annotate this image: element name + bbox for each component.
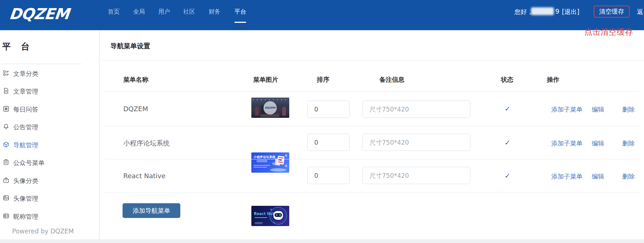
idcard-icon (3, 213, 9, 221)
sidebar-item-article-manage[interactable]: 文章管理 (0, 82, 90, 100)
page: DQZEM 首页 全局 用户 社区 财务 平台 您好， 9 [退出] 清空缓存 … (0, 0, 644, 243)
dqzem-badge: DQZEM (263, 101, 277, 115)
clear-cache-button[interactable]: 清空缓存 (594, 6, 630, 18)
menu-name: React Native (123, 172, 166, 180)
main-content: 导航菜单设置 菜单名称 菜单图片 排序 备注信息 状态 操作 DQZEM DQZ… (100, 30, 644, 239)
row-divider (104, 126, 640, 126)
sort-input[interactable] (307, 134, 350, 151)
sidebar-item-avatar-category[interactable]: 头像分类 (0, 172, 90, 190)
sidebar-item-article-category[interactable]: 文章分类 (0, 65, 90, 82)
image-icon (3, 195, 9, 202)
add-submenu-link[interactable]: 添加子菜单 (551, 172, 583, 181)
bell-icon (3, 123, 9, 131)
sidebar-item-label: 文章分类 (13, 70, 38, 78)
sidebar-item-label: 公众号菜单 (13, 159, 45, 167)
row-divider (104, 159, 640, 159)
cube-icon (3, 141, 9, 149)
title-divider (100, 60, 644, 61)
back-to-front-link[interactable]: 返 (637, 8, 643, 16)
sidebar-item-label: 每日问答 (13, 105, 38, 114)
delete-link[interactable]: 删除 (622, 139, 635, 148)
add-submenu-link[interactable]: 添加子菜单 (551, 139, 583, 148)
top-navbar: DQZEM 首页 全局 用户 社区 财务 平台 您好， 9 [退出] 清空缓存 … (0, 0, 644, 30)
status-check-icon[interactable]: ✓ (505, 138, 510, 147)
sidebar-item-navigation-manage[interactable]: 导航管理 (0, 136, 90, 154)
table-row: React Native React Native ✓ 添加子菜单 编辑 删除 (100, 71, 644, 91)
delete-link[interactable]: 删除 (622, 105, 635, 114)
col-header-actions: 操作 (547, 75, 559, 84)
status-check-icon[interactable]: ✓ (505, 172, 510, 180)
header-divider (104, 91, 640, 92)
col-header-menu-image: 菜单图片 (253, 75, 278, 84)
sidebar-item-announcement[interactable]: 公告管理 (0, 118, 90, 136)
sidebar: 平台 文章分类 文章管理 每日问答 公告管理 导航管理 公众号菜单 头像分类 (0, 30, 99, 239)
sort-input[interactable] (307, 101, 350, 118)
menu-image-thumbnail[interactable]: DQZEM (251, 98, 289, 118)
sidebar-item-label: 头像管理 (13, 194, 38, 203)
hash-icon (3, 106, 9, 113)
col-header-status: 状态 (501, 75, 513, 84)
logout-link[interactable]: [退出] (562, 8, 579, 16)
sidebar-item-label: 昵称管理 (13, 212, 38, 221)
document-icon (3, 88, 9, 95)
delete-link[interactable]: 删除 (622, 172, 635, 181)
sidebar-item-nickname-manage[interactable]: 昵称管理 (0, 208, 90, 225)
username-suffix: 9 (555, 8, 559, 15)
sidebar-divider (1, 64, 82, 64)
note-input[interactable] (362, 101, 470, 118)
sort-input[interactable] (307, 167, 350, 184)
menu-name: DQZEM (123, 105, 148, 113)
col-header-sort: 排序 (317, 75, 329, 84)
banner-title: 小程序论坛系统 (254, 155, 276, 159)
sidebar-item-label: 文章管理 (13, 87, 38, 96)
col-header-note: 备注信息 (379, 75, 404, 84)
username-blurred (531, 7, 554, 15)
menu-image-thumbnail[interactable]: 小程序论坛系统 (251, 152, 289, 173)
sidebar-title: 平台 (2, 41, 40, 52)
add-nav-menu-button[interactable]: 添加导航菜单 (123, 203, 180, 218)
edit-link[interactable]: 编辑 (592, 172, 604, 181)
sidebar-item-label: 头像分类 (13, 177, 38, 185)
sidebar-item-avatar-manage[interactable]: 头像管理 (0, 190, 90, 207)
table-row: DQZEM DQZEM ✓ 添加子菜单 编辑 删除 (100, 30, 644, 50)
box-icon (3, 177, 9, 185)
edit-link[interactable]: 编辑 (592, 105, 604, 114)
sidebar-item-official-menu[interactable]: 公众号菜单 (0, 154, 90, 172)
note-input[interactable] (362, 167, 470, 184)
navbar-right: 您好， 9 [退出] 清空缓存 返 (0, 0, 644, 30)
category-icon (3, 70, 9, 78)
add-submenu-link[interactable]: 添加子菜单 (551, 105, 583, 114)
menu-name: 小程序论坛系统 (123, 139, 170, 148)
clipboard-icon (3, 159, 9, 167)
greeting-text: 您好， (514, 8, 533, 16)
status-check-icon[interactable]: ✓ (505, 105, 510, 113)
clear-cache-annotation: 点击清空缓存 (584, 27, 633, 38)
row-divider (104, 192, 640, 193)
menu-image-thumbnail[interactable]: React Native (251, 206, 289, 226)
page-title: 导航菜单设置 (110, 42, 150, 50)
edit-link[interactable]: 编辑 (592, 139, 604, 148)
sidebar-item-label: 导航管理 (13, 141, 38, 149)
sidebar-item-daily-qa[interactable]: 每日问答 (0, 101, 90, 118)
col-header-menu-name: 菜单名称 (123, 75, 148, 84)
string-lights (253, 99, 288, 100)
sidebar-item-label: 公告管理 (13, 123, 38, 131)
note-input[interactable] (362, 134, 470, 151)
sidebar-footer: Powered by DQZEM (12, 228, 74, 235)
